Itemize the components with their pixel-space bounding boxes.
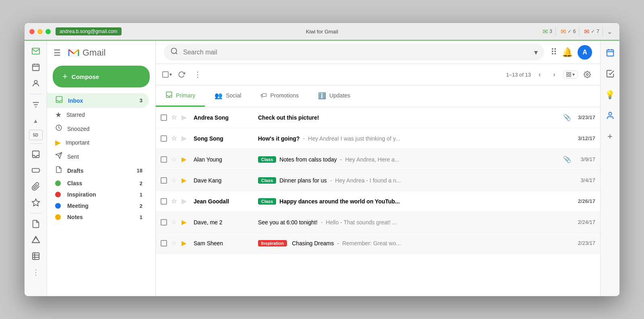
drafts-nav-count: 18 [137,168,142,174]
email-checkbox-2[interactable] [161,156,169,163]
select-all-checkbox[interactable] [162,71,169,78]
star-button-1[interactable]: ☆ [171,135,179,142]
badge-1: ✉ 3 [539,27,556,36]
apps-grid-icon[interactable]: ⠿ [551,47,557,58]
contacts-nav-button[interactable] [28,76,44,91]
email-checkbox-0[interactable] [161,114,169,121]
star-button-4[interactable]: ☆ [171,197,179,205]
star-icon-button[interactable] [28,195,44,210]
sidebar-item-sent[interactable]: Sent [47,149,149,164]
email-row[interactable]: ☆ ▶ Song Song How's it going? - Hey Andr… [156,128,600,149]
tab-social[interactable]: 👥 Social [205,85,251,107]
email-checkbox-6[interactable] [161,240,169,246]
settings-button[interactable] [581,68,594,81]
prev-page-button[interactable]: ‹ [534,69,545,80]
select-all-wrapper: ▾ [162,71,172,78]
email-row[interactable]: ☆ ▶ Andrea Song Check out this picture! … [156,107,600,128]
doc-icon-button[interactable] [28,217,44,231]
email-checkbox-3[interactable] [161,177,169,184]
sheet-icon-button[interactable] [28,249,44,263]
mail-nav-button[interactable] [28,44,44,58]
email-row[interactable]: ☆ ▶ Sam Sheen Inspiration Chasing Dreams… [156,233,600,254]
compose-button[interactable]: + Compose [53,66,150,87]
email-row[interactable]: ☆ ▶ Dave, me 2 See you at 6:00 tonight! … [156,212,600,233]
search-bar-container: ▾ ⠿ 🔔 A [156,41,600,64]
hamburger-menu[interactable]: ☰ [54,48,61,58]
account-badge[interactable]: andrea.b.song@gmail.com [56,27,122,35]
star-button-6[interactable]: ☆ [171,239,179,247]
star-button-2[interactable]: ☆ [171,155,179,163]
filter-nav-button[interactable] [28,97,44,112]
user-avatar[interactable]: A [578,45,592,60]
subject-4: Happy dances around the world on YouTub.… [279,198,400,205]
mail-icon-2: ✉ [561,28,566,35]
social-tab-label: Social [226,92,241,99]
svg-line-21 [176,53,178,54]
minimize-button[interactable] [37,29,43,34]
email-row[interactable]: ☆ ▶ Alan Young Class Notes from calss to… [156,149,600,170]
expand-button[interactable]: ▲ [28,114,44,128]
contacts-right-icon[interactable] [603,108,617,123]
svg-rect-1 [32,64,39,71]
sidebar-item-notes[interactable]: Notes 1 [47,211,149,223]
svg-point-32 [609,112,611,115]
sidebar-item-drafts[interactable]: Drafts 18 [47,164,149,178]
fullscreen-button[interactable] [45,29,51,34]
tab-updates[interactable]: ℹ️ Updates [308,85,360,107]
meeting-nav-count: 2 [140,203,142,209]
sidebar-item-starred[interactable]: ★ Starred [47,108,149,122]
sidebar-item-meeting[interactable]: Meeting 2 [47,200,149,211]
refresh-button[interactable] [175,68,188,81]
divider-3 [30,213,42,213]
5day-button[interactable]: 5D [29,130,43,140]
close-button[interactable] [29,29,35,34]
svg-marker-10 [32,199,39,206]
email-checkbox-4[interactable] [161,198,169,205]
inbox-icon-button[interactable] [28,147,44,162]
more-nav-button[interactable]: ⋮ [28,265,44,280]
task-right-icon[interactable] [603,66,617,81]
star-button-3[interactable]: ☆ [171,176,179,184]
email-checkbox-5[interactable] [161,219,169,226]
star-button-5[interactable]: ☆ [171,218,179,226]
tag-4: Class [258,198,276,205]
drive-icon-button[interactable] [28,233,44,247]
email-checkbox-1[interactable] [161,135,169,142]
view-toggle-button[interactable]: ▾ [563,70,578,79]
search-input[interactable] [183,49,529,56]
sender-0: Andrea Song [194,114,258,121]
more-options-button[interactable]: ⋮ [191,68,204,81]
tab-primary[interactable]: Primary [156,85,205,107]
email-row[interactable]: ☆ ▶ Dave Kang Class Dinner plans for us … [156,170,600,191]
mail-icon-3: ✉ [584,28,589,35]
sidebar-item-important[interactable]: ▶ Important [47,136,149,149]
more-button[interactable]: ⌄ [605,28,615,35]
next-page-button[interactable]: › [549,69,560,80]
notes-dot [55,214,61,220]
notification-icon[interactable]: 🔔 [562,47,573,58]
sidebar-item-inspiration[interactable]: Inspiration 1 [47,189,149,200]
tab-promotions[interactable]: 🏷 Promotions [251,85,308,107]
email-row[interactable]: ☆ ▶ Jean Goodall Class Happy dances arou… [156,191,600,212]
keep-right-icon[interactable]: 💡 [603,87,617,102]
sidebar-item-snoozed[interactable]: Snoozed [47,122,149,136]
date-5: 2/24/17 [571,219,595,225]
svg-point-26 [586,74,588,76]
compose-plus-icon: + [62,71,68,82]
search-options-icon[interactable]: ▾ [534,48,538,57]
inspiration-nav-label: Inspiration [67,191,135,198]
svg-rect-11 [32,253,39,260]
star-button-0[interactable]: ☆ [171,114,179,121]
calendar-right-icon[interactable] [603,46,617,60]
divider-1 [30,94,42,94]
date-2: 3/9/17 [571,156,595,162]
sidebar-item-inbox[interactable]: Inbox 3 [47,93,149,108]
label-icon-button[interactable] [28,163,44,178]
important-marker-0: ▶ [182,114,190,121]
preview-separator-3: - [330,177,332,184]
add-right-icon[interactable]: + [603,129,617,144]
sidebar-item-class[interactable]: Class 2 [47,178,149,189]
calendar-nav-button[interactable] [28,60,44,75]
attach-icon-button[interactable] [28,179,44,194]
select-chevron-icon[interactable]: ▾ [169,72,172,77]
